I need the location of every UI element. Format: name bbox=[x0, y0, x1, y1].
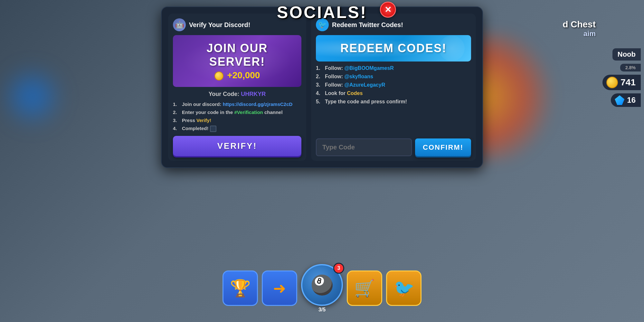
chest-panel-label: d Chest aim bbox=[563, 19, 596, 38]
discord-robot-icon: 🤖 bbox=[173, 18, 186, 31]
verify-link: Verify! bbox=[196, 118, 211, 123]
discord-link[interactable]: https://discord.gg/zjramsC2cD bbox=[223, 101, 293, 107]
instruction-3: 3. Press Verify! bbox=[173, 118, 301, 123]
coins-display: 741 bbox=[602, 75, 641, 90]
discord-panel-title: Verify Your Discord! bbox=[189, 21, 250, 29]
twitter-banner-title: REDEEM CODES! bbox=[322, 42, 465, 55]
verify-button[interactable]: VERIFY! bbox=[173, 136, 301, 156]
coins-count: 741 bbox=[620, 77, 636, 88]
gems-display: 16 bbox=[611, 93, 641, 107]
bee-icon: 🎱 bbox=[310, 274, 334, 296]
discord-banner-coins: +20,000 bbox=[179, 70, 295, 80]
twitter-instructions: 1. Follow: @BigBOOMgamesR 2. Follow: @sk… bbox=[316, 65, 471, 105]
twitter-toolbar-icon: 🐦 bbox=[393, 279, 414, 298]
health-bar: 2.8% bbox=[620, 64, 641, 71]
player-name: Noob bbox=[612, 48, 641, 61]
your-code-label: Your Code: bbox=[209, 91, 240, 97]
twitter-instruction-3: 3. Follow: @AzureLegacyR bbox=[316, 82, 471, 88]
bottom-toolbar: 🏆 ➜ 🎱 3 3/5 🛒 🐦 bbox=[223, 264, 421, 306]
twitter-follow-1: @BigBOOMgamesR bbox=[344, 65, 393, 71]
arrow-icon: ➜ bbox=[273, 279, 286, 297]
completed-checkbox[interactable] bbox=[210, 126, 216, 132]
twitter-follow-2: @skyfloans bbox=[344, 74, 373, 79]
claim-text: aim bbox=[563, 30, 596, 38]
center-label: 3/5 bbox=[318, 307, 326, 313]
modal-title: SOCIALS! bbox=[277, 3, 367, 22]
twitter-instruction-4: 4. Look for Codes bbox=[316, 90, 471, 96]
bg-glow-blue bbox=[0, 64, 64, 129]
center-button[interactable]: 🎱 3 3/5 bbox=[301, 264, 343, 306]
confirm-button[interactable]: CONFIRM! bbox=[415, 138, 471, 156]
modal-title-bar: SOCIALS! ✕ bbox=[267, 0, 377, 24]
trophy-icon: 🏆 bbox=[230, 279, 251, 298]
instruction-4: 4. Completed! bbox=[173, 126, 301, 132]
coin-icon bbox=[606, 77, 618, 88]
code-input[interactable] bbox=[316, 138, 412, 156]
twitter-button[interactable]: 🐦 bbox=[386, 270, 421, 306]
twitter-follow-3: @AzureLegacyR bbox=[344, 82, 385, 88]
banner-coin-icon bbox=[214, 71, 223, 80]
gem-icon bbox=[615, 95, 624, 105]
twitter-instruction-5: 5. Type the code and press confirm! bbox=[316, 99, 471, 105]
twitter-instruction-2: 2. Follow: @skyfloans bbox=[316, 74, 471, 80]
code-input-row: CONFIRM! bbox=[316, 138, 471, 156]
right-hud: Noob 2.8% 741 16 bbox=[602, 48, 644, 107]
your-code-value: UHRKYR bbox=[241, 91, 266, 97]
instruction-1: 1. Join our discord: https://discord.gg/… bbox=[173, 101, 301, 107]
discord-banner: JOIN OUR SERVER! +20,000 bbox=[173, 35, 301, 87]
twitter-banner: REDEEM CODES! bbox=[316, 35, 471, 62]
shop-icon: 🛒 bbox=[354, 279, 375, 298]
arrow-button[interactable]: ➜ bbox=[262, 270, 297, 306]
discord-panel: 🤖 Verify Your Discord! JOIN OUR SERVER! … bbox=[168, 14, 306, 161]
shop-button[interactable]: 🛒 bbox=[347, 270, 382, 306]
codes-link: Codes bbox=[347, 90, 363, 96]
chest-text: d Chest bbox=[563, 19, 596, 30]
socials-modal: 🤖 Verify Your Discord! JOIN OUR SERVER! … bbox=[161, 6, 483, 168]
notification-badge: 3 bbox=[333, 263, 344, 274]
modal-panels: 🤖 Verify Your Discord! JOIN OUR SERVER! … bbox=[168, 14, 476, 161]
your-code-line: Your Code: UHRKYR bbox=[173, 91, 301, 98]
gems-count: 16 bbox=[627, 96, 636, 105]
twitter-instruction-1: 1. Follow: @BigBOOMgamesR bbox=[316, 65, 471, 71]
discord-banner-title: JOIN OUR SERVER! bbox=[179, 42, 295, 69]
verification-channel-link: #Verification bbox=[234, 109, 263, 115]
twitter-panel: 🐦 Redeem Twitter Codes! REDEEM CODES! 1.… bbox=[311, 14, 476, 161]
instruction-2: 2. Enter your code in the #Verification … bbox=[173, 109, 301, 115]
trophy-button[interactable]: 🏆 bbox=[223, 270, 258, 306]
discord-instructions: 1. Join our discord: https://discord.gg/… bbox=[173, 101, 301, 132]
